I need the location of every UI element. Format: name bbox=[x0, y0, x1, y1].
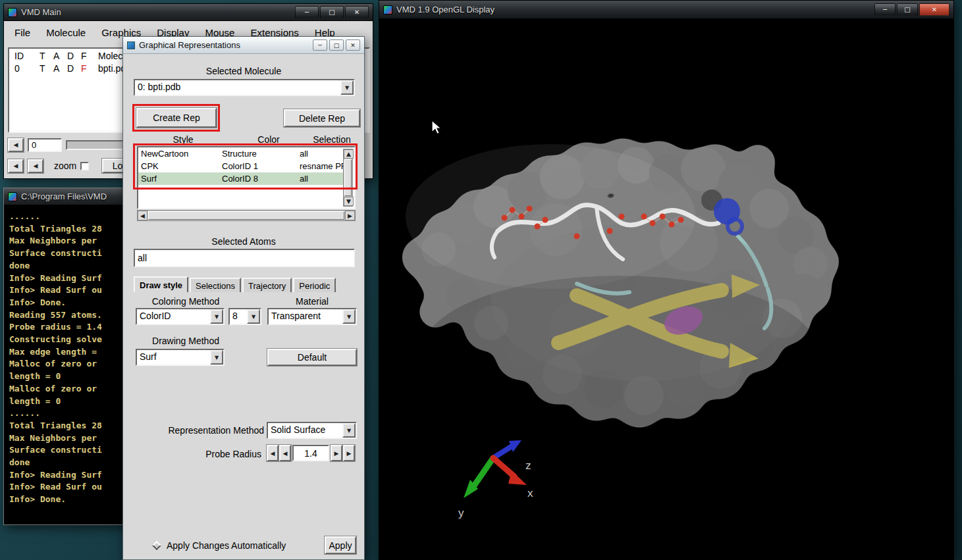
play-back-icon[interactable]: ◀ bbox=[28, 159, 43, 173]
coloring-method-dropdown[interactable]: ColorID ▼ bbox=[136, 308, 225, 325]
maximize-icon[interactable]: □ bbox=[329, 39, 344, 51]
apply-auto-label: Apply Changes Automatically bbox=[167, 540, 286, 551]
rep-row-surf[interactable]: Surf ColorID 8 all bbox=[138, 172, 343, 185]
col-d: D bbox=[67, 51, 81, 61]
transparent-surface-wash bbox=[491, 223, 794, 381]
tab-draw-style[interactable]: Draw style bbox=[134, 276, 188, 292]
apply-button[interactable]: Apply bbox=[325, 536, 356, 554]
console-app-icon bbox=[8, 192, 17, 201]
rep-row-newcartoon[interactable]: NewCartoon Structure all bbox=[138, 147, 343, 160]
mol-top-flag[interactable]: T bbox=[40, 63, 53, 74]
rep-col-color: Color bbox=[229, 134, 308, 145]
colorid-dropdown[interactable]: 8 ▼ bbox=[228, 308, 261, 325]
apply-auto-checkbox[interactable]: Apply Changes Automatically bbox=[153, 538, 286, 553]
close-icon[interactable]: ✕ bbox=[346, 39, 360, 51]
opengl-display-window: VMD 1.9 OpenGL Display ─ □ ✕ bbox=[379, 0, 954, 560]
tab-selections[interactable]: Selections bbox=[190, 278, 241, 292]
selected-molecule-dropdown[interactable]: 0: bpti.pdb ▼ bbox=[134, 79, 355, 96]
vmd-app-icon bbox=[8, 8, 17, 17]
tab-periodic[interactable]: Periodic bbox=[293, 278, 336, 292]
menu-file[interactable]: File bbox=[14, 27, 30, 38]
rep-row-cpk[interactable]: CPK ColorID 1 resname PRO bbox=[138, 160, 343, 172]
col-t: T bbox=[40, 51, 53, 61]
axis-x-label: x bbox=[527, 487, 533, 499]
maximize-icon[interactable]: □ bbox=[320, 6, 344, 18]
rep-list-headers: Style Color Selection bbox=[137, 134, 356, 145]
scroll-left-icon[interactable]: ◀ bbox=[138, 211, 147, 220]
vmd-main-titlebar[interactable]: VMD Main ─ □ ✕ bbox=[4, 4, 373, 21]
probe-radius-fast-increment-icon[interactable]: ▶ bbox=[343, 445, 355, 461]
axis-y-label: y bbox=[458, 507, 464, 519]
delete-rep-button[interactable]: Delete Rep bbox=[284, 109, 360, 127]
selected-atoms-field-wrap bbox=[134, 249, 355, 267]
scroll-down-icon[interactable]: ▼ bbox=[344, 197, 354, 206]
probe-radius-field-wrap bbox=[292, 445, 329, 461]
probe-radius-label: Probe Radius bbox=[182, 449, 261, 459]
chevron-down-icon[interactable]: ▼ bbox=[210, 350, 223, 365]
go-to-start-icon[interactable]: ◀ bbox=[8, 138, 24, 152]
diamond-indicator-icon bbox=[152, 541, 161, 550]
probe-radius-increment-icon[interactable]: ▶ bbox=[331, 445, 342, 461]
close-icon[interactable]: ✕ bbox=[345, 6, 369, 18]
mol-drawn-flag[interactable]: D bbox=[67, 63, 81, 74]
opengl-viewport[interactable]: x y z bbox=[379, 19, 953, 559]
tab-trajectory[interactable]: Trajectory bbox=[242, 278, 292, 292]
mol-active-flag[interactable]: A bbox=[53, 63, 67, 74]
material-label: Material bbox=[280, 296, 344, 307]
mol-id[interactable]: 0 bbox=[14, 63, 40, 74]
scrollbar-thumb[interactable] bbox=[344, 159, 352, 196]
close-icon[interactable]: ✕ bbox=[919, 3, 949, 16]
minimize-icon[interactable]: ─ bbox=[874, 3, 895, 16]
graphrep-title: Graphical Representations bbox=[139, 40, 240, 50]
opengl-window-icon bbox=[383, 5, 392, 14]
menu-molecule[interactable]: Molecule bbox=[46, 27, 86, 38]
drawing-method-dropdown[interactable]: Surf ▼ bbox=[136, 349, 225, 366]
scroll-right-icon[interactable]: ▶ bbox=[345, 211, 355, 220]
opengl-titlebar[interactable]: VMD 1.9 OpenGL Display ─ □ ✕ bbox=[379, 1, 953, 19]
col-f: F bbox=[81, 51, 98, 61]
graphrep-titlebar[interactable]: Graphical Representations ─ □ ✕ bbox=[123, 37, 364, 54]
probe-radius-fast-decrement-icon[interactable]: ◀ bbox=[267, 445, 279, 461]
zoom-checkbox[interactable] bbox=[80, 162, 89, 170]
representation-method-dropdown[interactable]: Solid Surface ▼ bbox=[267, 422, 357, 439]
tab-bar: Draw style Selections Trajectory Periodi… bbox=[134, 276, 358, 292]
maximize-icon[interactable]: □ bbox=[897, 3, 918, 16]
rep-list-vertical-scrollbar[interactable]: ▲ ▼ bbox=[343, 149, 353, 207]
create-rep-button[interactable]: Create Rep bbox=[136, 108, 217, 128]
desktop: VMD Main ─ □ ✕ File Molecule Graphics Di… bbox=[0, 0, 962, 560]
step-back-icon[interactable]: ◀ bbox=[8, 159, 24, 173]
graphrep-window-icon bbox=[127, 41, 135, 49]
material-dropdown[interactable]: Transparent ▼ bbox=[267, 308, 357, 325]
chevron-down-icon[interactable]: ▼ bbox=[342, 309, 356, 324]
chevron-down-icon[interactable]: ▼ bbox=[210, 309, 223, 324]
chevron-down-icon[interactable]: ▼ bbox=[340, 80, 354, 95]
col-a: A bbox=[53, 51, 67, 61]
probe-radius-decrement-icon[interactable]: ◀ bbox=[279, 445, 291, 461]
mol-fixed-flag[interactable]: F bbox=[81, 63, 98, 74]
zoom-label: zoom bbox=[54, 161, 76, 171]
rep-list-horizontal-scrollbar[interactable]: ◀ ▶ bbox=[137, 210, 356, 221]
selected-atoms-input[interactable] bbox=[134, 249, 355, 267]
molecule-render: x y z bbox=[379, 19, 953, 559]
coloring-method-label: Coloring Method bbox=[143, 296, 228, 307]
opengl-title: VMD 1.9 OpenGL Display bbox=[396, 5, 494, 14]
selected-molecule-label: Selected Molecule bbox=[123, 66, 364, 76]
default-button[interactable]: Default bbox=[267, 349, 357, 366]
frame-counter[interactable] bbox=[28, 138, 62, 152]
scrollbar-thumb[interactable] bbox=[148, 211, 344, 220]
probe-radius-input[interactable] bbox=[292, 445, 329, 461]
rep-col-style: Style bbox=[137, 134, 229, 145]
minimize-icon[interactable]: ─ bbox=[295, 6, 319, 18]
axes-indicator: x y z bbox=[458, 440, 533, 519]
frame-slider[interactable] bbox=[66, 140, 129, 150]
minimize-icon[interactable]: ─ bbox=[313, 39, 327, 51]
selected-atoms-label: Selected Atoms bbox=[123, 236, 364, 247]
axis-z-label: z bbox=[525, 459, 531, 472]
rep-col-selection: Selection bbox=[308, 134, 356, 145]
chevron-down-icon[interactable]: ▼ bbox=[247, 309, 260, 324]
console-title: C:\Program Files\VMD bbox=[21, 191, 107, 201]
selected-molecule-value: 0: bpti.pdb bbox=[135, 80, 340, 95]
drawing-method-label: Drawing Method bbox=[143, 336, 228, 346]
chevron-down-icon[interactable]: ▼ bbox=[342, 423, 356, 438]
scroll-up-icon[interactable]: ▲ bbox=[344, 149, 354, 159]
